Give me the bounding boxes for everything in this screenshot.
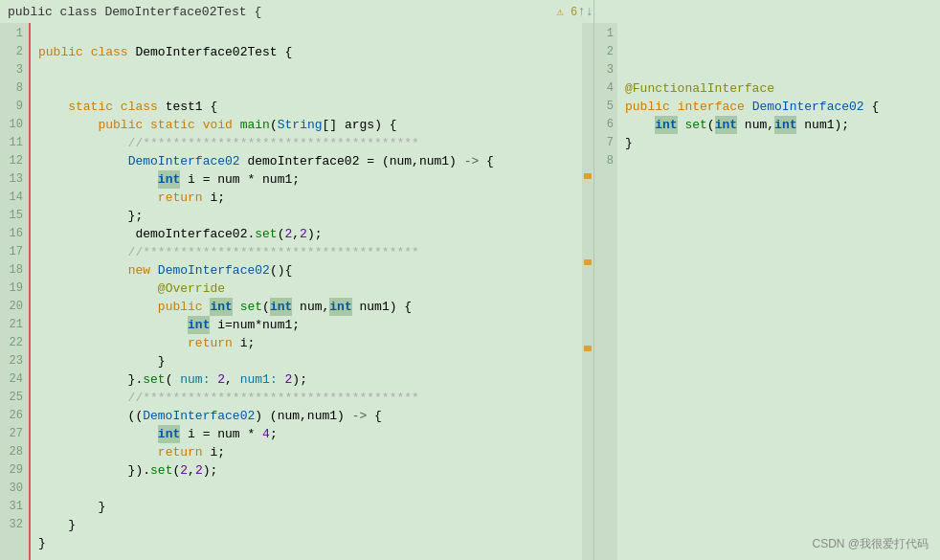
code-line: //************************************* [38,243,574,261]
scroll-marker-3 [584,346,592,351]
right-code-line [625,152,932,170]
code-line: } [38,516,574,534]
code-line: } [38,352,574,370]
code-line: @Override [38,280,574,298]
code-line: int i = num * num1; [38,170,574,189]
code-line: public int set(int num,int num1) { [38,298,574,316]
scroll-marker-2 [584,259,592,265]
right-code-container: 1 2 3 4 5 6 7 8 @FunctionalInterface pub… [594,23,940,560]
code-line [38,480,574,498]
code-line: }.set( num: 2, num1: 2); [38,370,574,389]
right-code-line: } [625,134,932,152]
left-line-numbers: 1 2 3 8 9 10 11 12 13 14 15 16 17 18 19 … [0,23,31,560]
right-code-line [625,61,932,79]
code-line: } [38,534,574,552]
code-line: int i = num * 4; [38,425,574,443]
right-code-line [625,43,932,61]
code-line: } [38,498,574,516]
code-line: return i; [38,334,574,352]
left-code-area[interactable]: public class DemoInterface02Test { stati… [31,23,582,560]
code-line: //************************************* [38,134,574,152]
right-code-line: public interface DemoInterface02 { [625,98,932,116]
code-line: int i=num*num1; [38,316,574,334]
right-code-line: @FunctionalInterface [625,79,932,98]
header-bar: public class DemoInterface02Test { ⚠ 6 ↑… [0,0,593,23]
right-code-area[interactable]: @FunctionalInterface public interface De… [617,23,940,560]
editor-right: 1 2 3 4 5 6 7 8 @FunctionalInterface pub… [593,0,940,560]
code-line [38,25,574,43]
code-line: new DemoInterface02(){ [38,261,574,280]
right-code-line [625,25,932,43]
code-line: }).set(2,2); [38,461,574,480]
class-title: public class DemoInterface02Test { [8,5,261,19]
code-line: DemoInterface02 demoInterface02 = (num,n… [38,152,574,170]
right-code-line: int set(int num,int num1); [625,116,932,134]
code-line [38,79,574,98]
editor-left: public class DemoInterface02Test { ⚠ 6 ↑… [0,0,593,560]
code-line: }; [38,207,574,225]
right-header [594,0,940,23]
scroll-marker-1 [584,173,592,179]
code-line: return i; [38,443,574,461]
code-line: return i; [38,189,574,207]
code-line: ((DemoInterface02) (num,num1) -> { [38,407,574,425]
down-arrow-btn[interactable]: ↓ [586,4,593,19]
watermark: CSDN @我很爱打代码 [812,536,929,552]
code-line: public class DemoInterface02Test { [38,43,574,61]
code-line: //************************************* [38,389,574,407]
right-line-numbers: 1 2 3 4 5 6 7 8 [594,23,617,560]
left-scrollbar[interactable] [582,23,593,560]
warning-badge: ⚠ 6 [557,5,578,19]
left-code-container: 1 2 3 8 9 10 11 12 13 14 15 16 17 18 19 … [0,23,593,560]
up-arrow-btn[interactable]: ↑ [577,4,585,19]
code-line: demoInterface02.set(2,2); [38,225,574,243]
code-line: public static void main(String[] args) { [38,116,574,134]
code-line [38,61,574,79]
code-line: static class test1 { [38,98,574,116]
